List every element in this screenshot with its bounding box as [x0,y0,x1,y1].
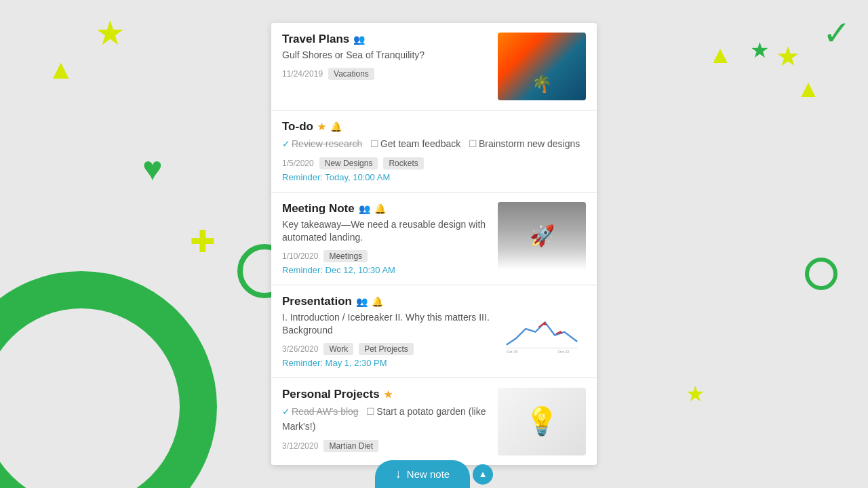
note-tag-new-designs[interactable]: New Designs [319,157,378,169]
note-content-meeting-note: Meeting Note 👥 🔔 Key takeaway—We need a … [282,202,490,275]
note-date-todo: 1/5/2020 [282,159,314,168]
notes-list: Travel Plans 👥 Gulf Shores or Sea of Tra… [271,23,597,465]
note-meta-todo: 1/5/2020 New Designs Rockets [282,157,586,169]
note-card-personal-projects: Personal Projects ★ ✓Read AW's blog ☐Sta… [271,378,597,465]
note-tag-martian-diet[interactable]: Martian Diet [323,440,378,452]
note-thumbnail-meeting-note [498,202,586,270]
note-content-todo: To-do ★ 🔔 ✓Review research ☐Get team fee… [282,120,586,182]
note-thumbnail-presentation: Oct 15 Oct 22 [498,295,586,363]
meeting-note-title-text: Meeting Note [282,202,355,216]
note-title-meeting-note: Meeting Note 👥 🔔 [282,202,490,216]
note-reminder-todo: Reminder: Today, 10:00 AM [282,172,586,182]
note-tag-rockets[interactable]: Rockets [383,157,423,169]
note-tag-pet-projects[interactable]: Pet Projects [359,343,414,355]
chevron-up-icon: ▲ [479,469,488,479]
note-title-todo: To-do ★ 🔔 [282,120,586,134]
todo-item-3: Brainstorm new designs [479,138,580,149]
note-title-presentation: Presentation 👥 🔔 [282,295,490,308]
new-note-label: New note [407,468,450,480]
note-body-meeting-note: Key takeaway—We need a reusable design w… [282,218,490,245]
todo-title-text: To-do [282,120,313,134]
personal-todo-uncheck-2: ☐ [366,406,375,417]
note-date-personal-projects: 3/12/2020 [282,441,318,451]
note-title-travel-plans: Travel Plans 👥 [282,33,490,46]
note-content-presentation: Presentation 👥 🔔 I. Introduction / Icebr… [282,295,490,368]
note-meta-meeting-note: 1/10/2020 Meetings [282,250,490,262]
bell-icon-presentation: 🔔 [372,296,383,307]
star-icon-todo: ★ [317,121,326,132]
thumbnail-travel-img [498,33,586,100]
note-reminder-meeting-note: Reminder: Dec 12, 10:30 AM [282,265,490,275]
note-thumbnail-travel-plans [498,33,586,100]
note-card-presentation: Presentation 👥 🔔 I. Introduction / Icebr… [271,285,597,378]
note-tag-meetings[interactable]: Meetings [323,250,368,262]
note-card-todo: To-do ★ 🔔 ✓Review research ☐Get team fee… [271,110,597,192]
note-card-travel-plans: Travel Plans 👥 Gulf Shores or Sea of Tra… [271,23,597,110]
personal-todo-check-1: ✓ [282,406,290,417]
todo-check-1: ✓ [282,138,290,149]
expand-button[interactable]: ▲ [473,464,493,485]
main-container: Travel Plans 👥 Gulf Shores or Sea of Tra… [0,0,868,488]
bell-icon-todo: 🔔 [330,121,342,132]
todo-item-2: Get team feedback [380,138,460,149]
new-note-bar: ↓ New note ▲ [271,460,597,488]
note-thumbnail-personal-projects [498,388,586,455]
presentation-title-text: Presentation [282,295,352,308]
bell-icon-meeting: 🔔 [374,203,386,214]
chart-svg: Oct 15 Oct 22 [503,300,580,357]
thumbnail-rocket-img [498,202,586,270]
todo-uncheck-2: ☐ [370,138,379,149]
svg-rect-0 [503,303,580,354]
travel-plans-title-text: Travel Plans [282,33,349,46]
note-card-meeting-note: Meeting Note 👥 🔔 Key takeaway—We need a … [271,192,597,285]
note-reminder-presentation: Reminder: May 1, 2:30 PM [282,358,490,368]
todo-items: ✓Review research ☐Get team feedback ☐Bra… [282,136,586,151]
shared-icon-travel: 👥 [353,34,365,45]
plus-icon: ↓ [395,467,401,481]
shared-icon-presentation: 👥 [356,296,368,307]
svg-text:Oct 15: Oct 15 [507,350,518,354]
shared-icon-meeting: 👥 [359,203,370,214]
note-title-personal-projects: Personal Projects ★ [282,388,490,401]
note-date-presentation: 3/26/2020 [282,344,318,354]
thumbnail-chart-img: Oct 15 Oct 22 [498,295,586,363]
new-note-button[interactable]: ↓ New note [375,460,470,488]
note-tag-work[interactable]: Work [323,343,353,355]
note-content-travel-plans: Travel Plans 👥 Gulf Shores or Sea of Tra… [282,33,490,100]
personal-todo-item-1: Read AW's blog [292,406,359,417]
todo-item-1: Review research [292,138,362,149]
note-content-personal-projects: Personal Projects ★ ✓Read AW's blog ☐Sta… [282,388,490,455]
personal-todo-items: ✓Read AW's blog ☐Start a potato garden (… [282,404,490,434]
note-tag-vacations[interactable]: Vacations [328,68,374,80]
note-date-travel-plans: 11/24/2019 [282,69,323,79]
todo-uncheck-3: ☐ [469,138,477,149]
note-meta-personal-projects: 3/12/2020 Martian Diet [282,440,490,452]
personal-projects-title-text: Personal Projects [282,388,380,401]
note-body-presentation: I. Introduction / Icebreaker II. Why thi… [282,311,490,338]
note-body-travel-plans: Gulf Shores or Sea of Tranquility? [282,49,490,62]
note-meta-travel-plans: 11/24/2019 Vacations [282,68,490,80]
note-meta-presentation: 3/26/2020 Work Pet Projects [282,343,490,355]
svg-text:Oct 22: Oct 22 [558,350,570,354]
star-icon-personal: ★ [384,389,393,400]
thumbnail-bulb-img [498,388,586,455]
note-date-meeting-note: 1/10/2020 [282,251,318,261]
